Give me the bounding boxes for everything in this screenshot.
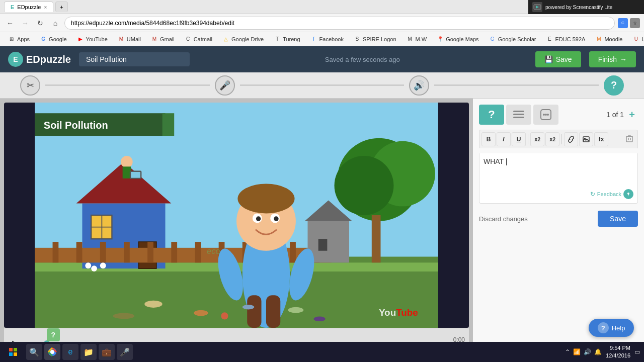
briefcase-taskbar-button[interactable]: 💼 xyxy=(99,344,115,360)
ie-taskbar-button[interactable]: e xyxy=(62,344,78,360)
bookmark-apps[interactable]: ⊞ Apps xyxy=(4,35,34,44)
svg-text:Soil Pollution: Soil Pollution xyxy=(44,120,108,131)
link-button[interactable] xyxy=(564,132,578,146)
open-question-tab[interactable]: ? xyxy=(479,105,504,125)
main-content: Soil Pollution eco YouTube ▶ ? 0:00 0:30 xyxy=(0,99,644,362)
question-count: 1 of 1 + xyxy=(606,109,638,121)
catmail-icon: C xyxy=(185,36,192,43)
clear-button[interactable] xyxy=(623,133,635,145)
question-marker[interactable]: ? xyxy=(47,328,60,341)
mic-taskbar-button[interactable]: 🎤 xyxy=(117,344,133,360)
bold-button[interactable]: B xyxy=(481,132,496,146)
bookmark-drive[interactable]: △ Google Drive xyxy=(218,35,268,44)
italic-button[interactable]: I xyxy=(497,132,511,146)
finish-arrow-icon: → xyxy=(620,55,627,63)
bookmark-spire[interactable]: S SPIRE Logon xyxy=(350,35,400,44)
browser-tab[interactable]: E EDpuzzle × xyxy=(4,2,53,12)
chrome-taskbar-button[interactable] xyxy=(44,344,60,360)
spire-icon: S xyxy=(354,36,361,43)
bookmark-mw[interactable]: M M.W xyxy=(403,35,431,44)
new-tab-button[interactable]: + xyxy=(55,2,67,12)
svg-rect-21 xyxy=(100,242,106,262)
underline-button[interactable]: U xyxy=(512,132,526,146)
question-tabs: ? 1 of 1 + xyxy=(479,105,638,125)
bookmark-catmail[interactable]: C Catmail xyxy=(181,35,216,44)
superscript-button[interactable]: x2 xyxy=(530,132,544,146)
url-input[interactable] xyxy=(64,17,615,30)
text-editor-area[interactable]: WHAT | ↻ Feedback xyxy=(479,153,638,204)
bookmark-umass[interactable]: U UMassLibrary xyxy=(628,35,644,44)
image-button[interactable] xyxy=(579,132,593,146)
save-question-button[interactable]: Save xyxy=(598,211,638,227)
svg-rect-20 xyxy=(76,242,83,262)
toolbar-separator-2 xyxy=(561,134,562,144)
bookmark-label: Moodle xyxy=(604,36,622,42)
feedback-link[interactable]: ↻ Feedback xyxy=(590,189,633,199)
svg-point-45 xyxy=(121,156,133,168)
function-button[interactable]: fx xyxy=(594,132,608,146)
search-taskbar-button[interactable]: 🔍 xyxy=(26,344,42,360)
notification-icon[interactable]: 🔔 xyxy=(594,348,602,355)
taskbar-right: ⌃ 📶 🔊 🔔 9:54 PM 12/4/2016 ▭ xyxy=(565,344,640,360)
bookmark-gmail[interactable]: M Gmail xyxy=(147,35,179,44)
timeline-connector-3 xyxy=(434,84,599,86)
bookmark-youtube[interactable]: ▶ YouTube xyxy=(73,35,112,44)
clock-time: 9:54 PM xyxy=(606,344,630,352)
svg-rect-35 xyxy=(247,295,261,328)
ext-icon-2[interactable]: ☆ xyxy=(630,18,640,28)
svg-point-53 xyxy=(221,312,228,319)
lesson-title-input[interactable] xyxy=(79,52,190,66)
ext-icon-1[interactable]: C xyxy=(618,18,628,28)
audio-tool-button[interactable]: 🎤 xyxy=(215,75,235,96)
bookmark-tureng[interactable]: T Tureng xyxy=(270,35,304,44)
edpuzzle-logo: E EDpuzzle xyxy=(8,52,71,67)
bookmark-facebook[interactable]: f Facebook xyxy=(306,35,348,44)
volume-tray-icon[interactable]: 🔊 xyxy=(584,348,591,355)
home-button[interactable]: ⌂ xyxy=(49,17,61,29)
svg-text:YouTube: YouTube xyxy=(379,307,418,318)
svg-point-8 xyxy=(335,156,394,215)
tab-close-button[interactable]: × xyxy=(44,5,47,10)
multiple-choice-tab[interactable] xyxy=(506,105,531,125)
svg-point-58 xyxy=(85,262,91,268)
svg-point-57 xyxy=(100,262,106,268)
network-icon[interactable]: 📶 xyxy=(573,348,581,355)
volume-tool-button[interactable]: 🔊 xyxy=(409,75,429,96)
subscript-button[interactable]: x2 xyxy=(545,132,559,146)
bookmark-label: Google Scholar xyxy=(498,36,536,42)
bookmark-educ[interactable]: E EDUC 592A xyxy=(542,35,589,44)
cut-tool-button[interactable]: ✂ xyxy=(20,75,40,96)
bookmark-maps[interactable]: 📍 Google Maps xyxy=(433,35,482,44)
question-tool-button[interactable]: ? xyxy=(604,75,624,96)
tab-favicon: E xyxy=(11,4,14,10)
svg-rect-66 xyxy=(513,117,524,118)
bookmark-google[interactable]: G Google xyxy=(36,35,70,44)
bookmark-umail[interactable]: M UMail xyxy=(114,35,145,44)
forward-button[interactable]: → xyxy=(19,17,31,29)
discard-changes-button[interactable]: Discard changes xyxy=(479,215,528,223)
help-button[interactable]: ? Help xyxy=(589,319,634,337)
add-question-button[interactable]: + xyxy=(626,109,638,121)
count-text: 1 of 1 xyxy=(606,111,624,119)
feedback-label: Feedback xyxy=(597,191,621,197)
refresh-button[interactable]: ↻ xyxy=(34,17,46,29)
bookmark-moodle[interactable]: M Moodle xyxy=(591,35,626,44)
explorer-taskbar-button[interactable]: 📁 xyxy=(80,344,97,360)
system-clock[interactable]: 9:54 PM 12/4/2016 xyxy=(606,344,630,360)
start-button[interactable] xyxy=(4,343,22,361)
editor-content[interactable]: WHAT | xyxy=(484,157,633,165)
finish-label: Finish xyxy=(598,55,617,63)
svg-rect-80 xyxy=(9,352,13,356)
back-button[interactable]: ← xyxy=(4,17,16,29)
tray-icon-1[interactable]: ⌃ xyxy=(565,348,570,355)
edpuzzle-header: E EDpuzzle Saved a few seconds ago 💾 Sav… xyxy=(0,46,644,72)
bookmark-scholar[interactable]: G Google Scholar xyxy=(485,35,540,44)
show-desktop-button[interactable]: ▭ xyxy=(634,348,640,355)
microphone-icon: 🎤 xyxy=(219,80,230,91)
bookmark-label: YouTube xyxy=(86,36,108,42)
save-button[interactable]: 💾 Save xyxy=(535,51,581,67)
note-tab[interactable] xyxy=(533,105,558,125)
svg-point-49 xyxy=(144,301,162,308)
svg-point-70 xyxy=(547,114,549,116)
finish-button[interactable]: Finish → xyxy=(589,51,636,67)
